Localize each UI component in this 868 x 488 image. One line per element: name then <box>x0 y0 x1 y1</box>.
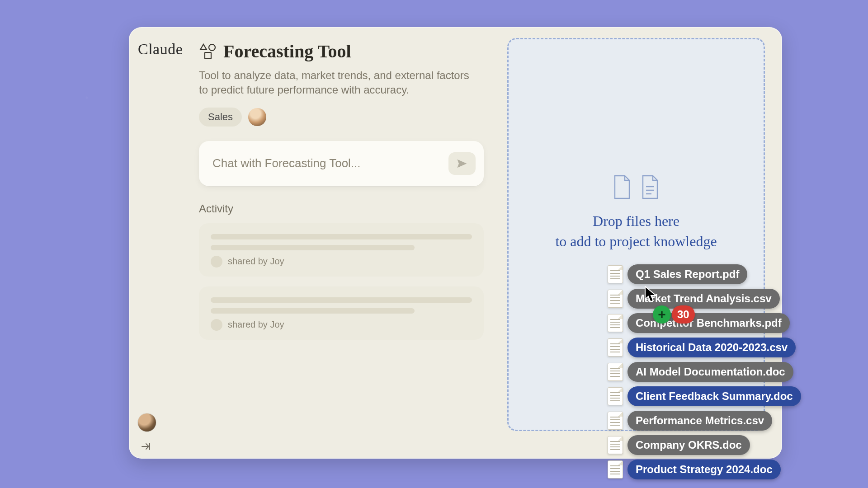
dragged-file: Client Feedback Summary.doc <box>608 386 801 406</box>
document-blank-icon <box>612 175 632 199</box>
document-lines-icon <box>640 175 660 199</box>
dragged-file: Historical Data 2020-2023.csv <box>608 338 801 357</box>
page-description: Tool to analyze data, market trends, and… <box>199 68 470 98</box>
dragged-file: Q1 Sales Report.pdf <box>608 264 801 284</box>
title-row: Forecasting Tool <box>199 41 484 62</box>
main-column: Forecasting Tool Tool to analyze data, m… <box>199 41 484 350</box>
dragged-file: AI Model Documentation.doc <box>608 362 801 382</box>
dragged-file: Competitor Benchmarks.pdf <box>608 313 801 333</box>
file-icon <box>608 314 623 332</box>
file-icon <box>608 338 623 357</box>
file-name-pill: AI Model Documentation.doc <box>627 362 793 382</box>
file-name-pill: Performance Metrics.csv <box>627 411 772 431</box>
file-icon <box>608 436 623 454</box>
skeleton-line <box>211 245 415 250</box>
svg-point-0 <box>209 44 215 51</box>
shared-by-text: shared by Joy <box>228 319 284 330</box>
project-tag[interactable]: Sales <box>199 108 242 127</box>
skeleton-avatar <box>211 256 222 267</box>
activity-item[interactable]: shared by Joy <box>199 223 484 277</box>
page-title: Forecasting Tool <box>223 41 351 62</box>
skeleton-line <box>211 297 472 303</box>
chat-input-box[interactable]: Chat with Forecasting Tool... <box>199 141 484 186</box>
dragged-file: Company OKRS.doc <box>608 435 801 455</box>
dropzone-line2: to add to project knowledge <box>555 231 717 252</box>
file-name-pill: Competitor Benchmarks.pdf <box>627 313 790 333</box>
file-name-pill: Client Feedback Summary.doc <box>627 386 801 406</box>
current-user-avatar[interactable] <box>138 413 156 432</box>
skeleton-avatar <box>211 319 222 331</box>
shared-by-row: shared by Joy <box>211 319 472 331</box>
dragged-files-stack: Q1 Sales Report.pdfMarket Trend Analysis… <box>608 264 801 479</box>
file-icon <box>608 460 623 479</box>
dragged-file: Performance Metrics.csv <box>608 411 801 431</box>
drag-count-badge: 30 <box>672 305 695 324</box>
file-name-pill: Historical Data 2020-2023.csv <box>627 338 796 357</box>
file-icon <box>608 265 623 283</box>
dragged-file: Market Trend Analysis.csv <box>608 289 801 309</box>
collapse-icon <box>140 441 151 452</box>
shapes-icon <box>199 42 217 61</box>
file-icon <box>608 412 623 430</box>
send-button[interactable] <box>448 152 476 175</box>
tag-row: Sales <box>199 108 484 127</box>
activity-heading: Activity <box>199 202 484 215</box>
brand-logo: Claude <box>138 41 183 58</box>
file-icon <box>608 363 623 381</box>
project-member-avatar[interactable] <box>248 108 266 126</box>
file-name-pill: Product Strategy 2024.doc <box>627 460 781 479</box>
skeleton-line <box>211 234 472 239</box>
file-name-pill: Company OKRS.doc <box>627 435 750 455</box>
dragged-file: Product Strategy 2024.doc <box>608 460 801 479</box>
file-icon <box>608 387 623 405</box>
chat-placeholder: Chat with Forecasting Tool... <box>212 156 361 170</box>
file-icon <box>608 290 623 308</box>
file-name-pill: Q1 Sales Report.pdf <box>627 264 747 284</box>
drag-add-badge: + <box>653 305 671 324</box>
collapse-sidebar-button[interactable] <box>140 441 151 452</box>
dropzone-icons <box>612 175 660 199</box>
activity-item[interactable]: shared by Joy <box>199 286 484 340</box>
shared-by-text: shared by Joy <box>228 256 284 267</box>
dropzone-line1: Drop files here <box>555 211 717 231</box>
dropzone-text: Drop files here to add to project knowle… <box>555 211 717 252</box>
shared-by-row: shared by Joy <box>211 256 472 267</box>
send-icon <box>456 157 468 170</box>
cursor-pointer-icon <box>644 286 657 303</box>
svg-rect-1 <box>205 52 211 59</box>
skeleton-line <box>211 308 415 314</box>
